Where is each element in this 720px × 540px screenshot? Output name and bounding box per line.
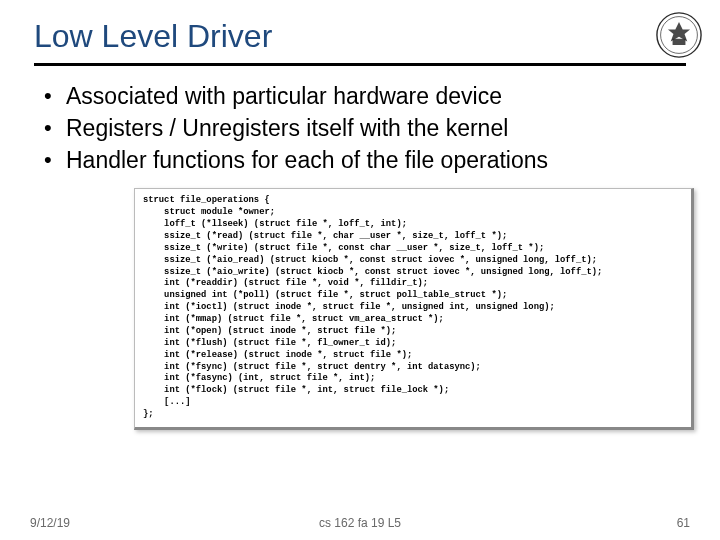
bullet-item: Handler functions for each of the file o…	[44, 146, 686, 175]
slide-header: Low Level Driver	[34, 18, 686, 66]
bullet-item: Registers / Unregisters itself with the …	[44, 114, 686, 143]
slide-footer: 9/12/19 cs 162 fa 19 L5 61	[0, 516, 720, 530]
bullet-item: Associated with particular hardware devi…	[44, 82, 686, 111]
code-block: struct file_operations { struct module *…	[134, 188, 694, 430]
slide: Low Level Driver Associated with particu…	[0, 0, 720, 540]
university-seal-icon	[656, 12, 702, 58]
slide-title: Low Level Driver	[34, 18, 272, 55]
footer-date: 9/12/19	[30, 516, 70, 530]
footer-course: cs 162 fa 19 L5	[319, 516, 401, 530]
bullet-list: Associated with particular hardware devi…	[34, 82, 686, 174]
svg-rect-2	[673, 39, 686, 45]
footer-page-number: 61	[677, 516, 690, 530]
